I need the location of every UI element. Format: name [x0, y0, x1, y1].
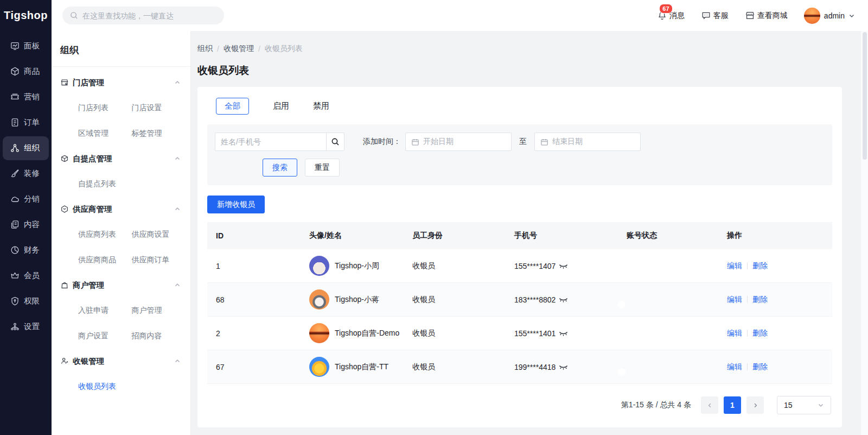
- add-cashier-button[interactable]: 新增收银员: [207, 196, 265, 213]
- submenu-item[interactable]: 供应商商品: [78, 247, 132, 273]
- avatar: [309, 256, 329, 276]
- end-date-input[interactable]: 结束日期: [534, 133, 641, 151]
- breadcrumb: 组织 / 收银管理 / 收银员列表: [197, 44, 842, 54]
- menu-group-suppliers[interactable]: 供应商管理: [60, 197, 185, 222]
- submenu-item[interactable]: 供应商订单: [132, 247, 186, 273]
- table-header: ID 头像/姓名 员工身份 手机号 账号状态 操作: [207, 222, 832, 249]
- primary-nav: 面板 商品 营销 订单 组织 装修 分销 内容: [0, 31, 52, 342]
- supplier-box-icon: [60, 205, 69, 213]
- eye-closed-icon[interactable]: [559, 330, 568, 337]
- submenu-item[interactable]: 供应商设置: [132, 222, 186, 247]
- chevron-up-icon: [174, 155, 181, 162]
- breadcrumb-item[interactable]: 收银管理: [224, 44, 254, 54]
- submenu-item[interactable]: 门店列表: [78, 95, 132, 121]
- global-search-input[interactable]: [82, 11, 216, 20]
- package-icon: [60, 154, 69, 163]
- scrollbar-thumb[interactable]: [863, 32, 867, 160]
- dashboard-icon: [10, 41, 20, 51]
- menu-group-cashier[interactable]: 收银管理: [60, 349, 185, 374]
- prev-page-button[interactable]: [701, 396, 718, 414]
- menu-group-pickup[interactable]: 自提点管理: [60, 146, 185, 171]
- sidebar-item-marketing[interactable]: 营销: [3, 85, 49, 109]
- menu-group-stores[interactable]: 门店管理: [60, 70, 185, 95]
- avatar: [309, 323, 329, 343]
- sidebar-item-goods[interactable]: 商品: [3, 60, 49, 84]
- user-avatar: [804, 8, 820, 24]
- submenu-title: 组织: [52, 31, 190, 66]
- start-date-input[interactable]: 开始日期: [405, 133, 512, 151]
- eye-closed-icon[interactable]: [559, 363, 568, 370]
- menu-group-merchants[interactable]: 商户管理: [60, 273, 185, 298]
- eye-closed-icon[interactable]: [559, 296, 568, 303]
- submenu-item[interactable]: 标签管理: [132, 121, 186, 146]
- delete-link[interactable]: 删除: [752, 329, 768, 337]
- user-menu[interactable]: admin: [804, 8, 855, 24]
- shield-key-icon: [10, 296, 20, 306]
- sidebar-item-content[interactable]: 内容: [3, 213, 49, 237]
- sidebar-item-organization[interactable]: 组织: [3, 136, 49, 160]
- messages-button[interactable]: 67 消息: [657, 10, 685, 21]
- coupon-icon: [10, 92, 20, 102]
- edit-link[interactable]: 编辑: [727, 261, 742, 270]
- delete-link[interactable]: 删除: [752, 362, 768, 371]
- sidebar-item-distribution[interactable]: 分销: [3, 187, 49, 211]
- submenu-item[interactable]: 招商内容: [132, 323, 186, 349]
- sidebar-item-finance[interactable]: 财务: [3, 238, 49, 262]
- tab-disabled[interactable]: 禁用: [313, 101, 329, 111]
- support-button[interactable]: 客服: [701, 10, 729, 21]
- crown-icon: [10, 270, 20, 281]
- submenu-item-cashier-list[interactable]: 收银员列表: [78, 374, 132, 399]
- bag-icon: [60, 281, 69, 289]
- sidebar-item-orders[interactable]: 订单: [3, 111, 49, 135]
- chevron-down-icon: [818, 402, 824, 408]
- breadcrumb-item[interactable]: 组织: [197, 44, 213, 54]
- chevron-up-icon: [174, 282, 181, 288]
- sidebar-item-permissions[interactable]: 权限: [3, 289, 49, 313]
- main-content: 组织 / 收银管理 / 收银员列表 收银员列表 全部 启用 禁用: [191, 31, 868, 435]
- content-card: 全部 启用 禁用 添加时间： 开始日期: [197, 87, 842, 427]
- submenu-item[interactable]: 商户设置: [78, 323, 132, 349]
- message-count-badge: 67: [659, 4, 673, 14]
- table-row: 68 Tigshop-小蒋 收银员 183****8802 编辑删除: [207, 283, 832, 317]
- avatar: [309, 357, 329, 377]
- pagination: 第1-15 条 / 总共 4 条 1 15: [207, 396, 832, 414]
- global-search[interactable]: [62, 7, 224, 24]
- calendar-icon: [411, 138, 419, 146]
- submenu-item[interactable]: 入驻申请: [78, 298, 132, 323]
- page-number-current[interactable]: 1: [724, 396, 741, 414]
- username: admin: [824, 11, 845, 20]
- storefront-icon: [745, 10, 755, 21]
- submenu-item[interactable]: 供应商列表: [78, 222, 132, 247]
- sidebar-item-dashboard[interactable]: 面板: [3, 34, 49, 58]
- submenu-item[interactable]: 商户管理: [132, 298, 186, 323]
- submenu-item[interactable]: 区域管理: [78, 121, 132, 146]
- submenu-item[interactable]: 自提点列表: [78, 171, 132, 197]
- tab-enabled[interactable]: 启用: [273, 101, 289, 111]
- page-size-select[interactable]: 15: [777, 396, 831, 414]
- delete-link[interactable]: 删除: [752, 261, 768, 270]
- vertical-scrollbar[interactable]: [861, 31, 868, 435]
- delete-link[interactable]: 删除: [752, 295, 768, 304]
- table-row: 67 Tigshop自营-TT 收银员 199****4418 编辑删除: [207, 350, 832, 384]
- edit-link[interactable]: 编辑: [727, 295, 742, 304]
- search-icon: [70, 11, 78, 20]
- next-page-button[interactable]: [746, 396, 764, 414]
- filter-panel: 添加时间： 开始日期 至 结束日期 搜索 重置: [207, 124, 832, 185]
- tab-all[interactable]: 全部: [216, 98, 249, 115]
- inline-search-button[interactable]: [326, 133, 344, 151]
- cube-icon: [10, 66, 20, 77]
- divider: [747, 262, 748, 269]
- eye-closed-icon[interactable]: [559, 262, 568, 269]
- edit-link[interactable]: 编辑: [727, 329, 742, 337]
- submenu-item[interactable]: 门店设置: [132, 95, 186, 121]
- name-phone-input[interactable]: [215, 133, 326, 151]
- search-button[interactable]: 搜索: [263, 159, 297, 176]
- sidebar-item-decoration[interactable]: 装修: [3, 162, 49, 186]
- pagination-info: 第1-15 条 / 总共 4 条: [621, 400, 691, 410]
- view-mall-button[interactable]: 查看商城: [745, 10, 788, 21]
- edit-link[interactable]: 编辑: [727, 362, 742, 371]
- app-logo: Tigshop: [0, 0, 52, 31]
- reset-button[interactable]: 重置: [305, 159, 340, 176]
- sidebar-item-settings[interactable]: 设置: [3, 315, 49, 339]
- sidebar-item-members[interactable]: 会员: [3, 264, 49, 288]
